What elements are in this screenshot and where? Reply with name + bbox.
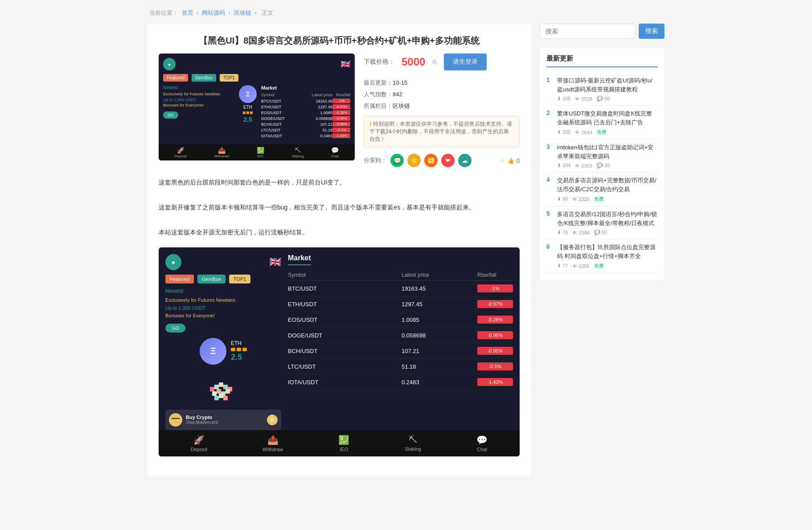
market-row: DOGE/USDT0.058698-0.96%	[261, 116, 350, 121]
share-other-icon[interactable]: ☁	[458, 154, 472, 167]
search-button[interactable]: 搜索	[639, 24, 664, 39]
news-title[interactable]: 【服务器打包】玖胜国际点位盘完整源码 时间盘双位盘+行情+脚本齐全	[557, 243, 658, 260]
share-weibo-icon[interactable]: ⭐	[407, 154, 421, 167]
list-item: 5 多语言交易所/12国语言/秒合约/申购/锁仓/K线完整/脚本最全/带教程/日…	[546, 206, 658, 239]
buy-icon: 💳	[169, 413, 182, 427]
market-row: IOTA/USDT0.2483-1.43%	[261, 133, 350, 138]
price-label: 下载价格：	[364, 58, 395, 66]
news-title[interactable]: 繁体USDT微交易微盘时间盘K线完整全融系统源码 已去后门+去除广告	[557, 109, 658, 127]
flag-icon: 🇬🇧	[340, 59, 350, 69]
promo-text: Exclusively for Futures Newbies: Up to 1…	[163, 91, 234, 108]
eth-display: Ξ ETH 2.5	[239, 85, 257, 139]
search-box: 搜索	[540, 24, 664, 39]
breadcrumb: 当前位置： 首页 › 网站源码 › 区块链 › 正文	[148, 9, 664, 17]
market-table-small: Market Symbol Latest price Rise/fall BTC…	[261, 85, 350, 139]
news-list: 1 带接口源码-最新云挖矿盗UI源码/秒u/盗usdt源码系统带视频搭建教程 ⬇…	[546, 73, 658, 273]
svg-rect-5	[212, 391, 217, 396]
bottom-nav-small: 🚀Deposit 📤Withdraw 💹IEO ⛏Staking 💬Chat	[159, 144, 355, 160]
main-content: 【黑色UI】8国多语言交易所源码+币币+秒合约+矿机+申购+多功能系统 ● 🇬🇧…	[148, 24, 531, 477]
large-gembox-tab: GemBox	[197, 275, 226, 283]
breadcrumb-sub[interactable]: 区块链	[234, 9, 251, 16]
like-row: ☆ 👍 0	[500, 157, 520, 164]
sidebar: 搜索 最新更新 1 带接口源码-最新云挖矿盗UI源码/秒u/盗usdt源码系统带…	[540, 24, 664, 477]
market-row: BCH/USDT107.21-0.95%	[261, 122, 350, 127]
article-title: 【黑色UI】8国多语言交易所源码+币币+秒合约+矿机+申购+多功能系统	[159, 35, 520, 47]
info-panel: 下载价格： 5000 元 请先登录 最后更新：10-15 人气指数：842 所属…	[364, 53, 520, 167]
svg-rect-3	[223, 385, 228, 389]
article-text: 这套黑色的后台跟前段时间那套白色的是一样的，只是前台UI变了。 这套新开修复了之…	[159, 176, 520, 238]
newest-label: Newest	[163, 85, 234, 90]
buy-crypto-section: 💳 Buy Crypto Visa,Mastercard B	[165, 410, 281, 430]
gembox-tab: GemBox	[192, 74, 216, 82]
preview-image-small: ● 🇬🇧 Featured GemBox TOP1 Newest	[159, 53, 355, 167]
news-title[interactable]: 多语言交易所/12国语言/秒合约/申购/锁仓/K线完整/脚本最全/带教程/日夜模…	[557, 210, 658, 227]
svg-rect-10	[219, 394, 223, 398]
news-title[interactable]: 交易所多语言源码+完整数据/币币交易/法币交易/C2C交易/合约交易	[557, 176, 658, 193]
notice-box: ℹ 特别说明：本资源仅供学习参考，不提供售后技术支持。请于下载24小时内删除，不…	[364, 116, 520, 147]
eth-icon: Ξ	[239, 85, 257, 103]
svg-rect-1	[214, 385, 219, 389]
meta-info: 最后更新：10-15 人气指数：842 所属栏目：区块链	[364, 77, 520, 112]
share-wechat-icon[interactable]: 💬	[390, 154, 404, 167]
list-item: 6 【服务器打包】玖胜国际点位盘完整源码 时间盘双位盘+行情+脚本齐全 ⬇ 77…	[546, 239, 658, 273]
large-market-row: LTC/USDT51.18-0.1%	[288, 359, 513, 374]
nav-ieo: 💹IEO	[338, 435, 349, 452]
list-item: 1 带接口源码-最新云挖矿盗UI源码/秒u/盗usdt源码系统带视频搭建教程 ⬇…	[546, 73, 658, 106]
breadcrumb-prefix: 当前位置：	[149, 9, 178, 16]
svg-rect-9	[214, 396, 219, 400]
large-promo-text: Exclusively for Futures Newbies: Up to 1…	[165, 296, 281, 320]
news-title[interactable]: 带接口源码-最新云挖矿盗UI源码/秒u/盗usdt源码系统带视频搭建教程	[557, 76, 658, 94]
featured-tab: Featured	[163, 74, 188, 82]
breadcrumb-home[interactable]: 首页	[182, 9, 193, 16]
like-count: 0	[517, 157, 520, 164]
search-input[interactable]	[540, 24, 635, 39]
large-top1-tab: TOP1	[229, 275, 251, 283]
large-go-button[interactable]: GO	[165, 324, 185, 333]
list-item: 4 交易所多语言源码+完整数据/币币交易/法币交易/C2C交易/合约交易 ⬇ 9…	[546, 173, 658, 206]
share-qzone-icon[interactable]: ❤	[441, 154, 455, 167]
market-row: BTC/USDT19163.45-1%	[261, 99, 350, 103]
login-button[interactable]: 请先登录	[444, 53, 487, 70]
breadcrumb-current: 正文	[262, 9, 273, 16]
nav-deposit: 🚀Deposit	[191, 435, 207, 452]
news-title[interactable]: imtoken钱包比1官方正版盗助记词+安卓苹果双端完整源码	[557, 143, 658, 160]
price-value: 5000	[402, 56, 425, 68]
nav-staking: ⛏Staking	[405, 435, 421, 452]
price-unit: 元	[432, 58, 437, 66]
large-newest-label: Newest	[165, 288, 281, 294]
nav-withdraw: 📤Withdraw	[262, 435, 283, 452]
breadcrumb-sep2: ›	[229, 9, 232, 16]
svg-rect-0	[210, 387, 214, 391]
large-preview: ● 🇬🇧 Featured GemBox TOP1 Newest Exclusi…	[159, 247, 520, 456]
breadcrumb-category[interactable]: 网站源码	[202, 9, 225, 16]
list-item: 2 繁体USDT微交易微盘时间盘K线完整全融系统源码 已去后门+去除广告 ⬇ 1…	[546, 106, 658, 140]
app-logo-icon: ●	[163, 58, 176, 70]
large-market-row: EOS/USDT1.0085-0.28%	[288, 312, 513, 328]
latest-news-section: 最新更新 1 带接口源码-最新云挖矿盗UI源码/秒u/盗usdt源码系统带视频搭…	[540, 48, 664, 280]
large-bottom-nav: 🚀Deposit 📤Withdraw 💹IEO ⛏Staking 💬Chat	[159, 430, 520, 456]
top1-tab: TOP1	[220, 74, 238, 82]
large-flag-icon: 🇬🇧	[269, 256, 281, 268]
svg-rect-11	[223, 396, 228, 400]
large-market-row: IOTA/USDT0.2483-1.43%	[288, 374, 513, 390]
large-market-table: Market Symbol Latest price Rise/fall BTC…	[288, 254, 513, 430]
svg-rect-6	[217, 389, 221, 394]
large-eth-icon: Ξ	[200, 338, 226, 365]
large-app-logo: ●	[165, 254, 181, 270]
go-button[interactable]: GO	[163, 111, 178, 119]
pixel-art-icon	[201, 369, 246, 405]
list-item: 3 imtoken钱包比1官方正版盗助记词+安卓苹果双端完整源码 ⬇ 104👁 …	[546, 140, 658, 173]
large-featured-tab: Featured	[165, 275, 194, 283]
breadcrumb-sep3: ›	[254, 9, 258, 16]
latest-news-title: 最新更新	[546, 54, 658, 67]
nav-chat: 💬Chat	[476, 435, 488, 452]
share-qq-icon[interactable]: 🔁	[424, 154, 438, 167]
breadcrumb-sep1: ›	[197, 9, 200, 16]
buy-badge-icon: B	[267, 415, 278, 425]
thumb-icon[interactable]: 👍	[507, 157, 514, 164]
large-market-row: BCH/USDT107.21-0.95%	[288, 343, 513, 359]
large-market-row: BTC/USDT19163.45-1%	[288, 281, 513, 296]
star-icon[interactable]: ☆	[500, 157, 505, 164]
svg-rect-2	[219, 382, 223, 387]
large-market-row: ETH/USDT1297.45-0.97%	[288, 296, 513, 312]
